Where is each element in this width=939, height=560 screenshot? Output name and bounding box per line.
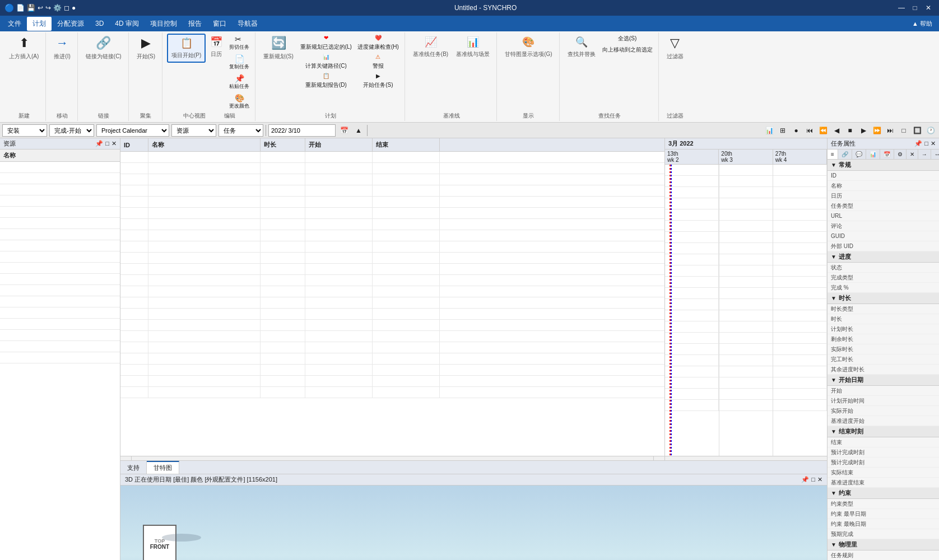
right-float-icon[interactable]: □ xyxy=(924,140,928,147)
task-row[interactable] xyxy=(120,320,664,331)
collapse-end-icon[interactable]: ▼ xyxy=(831,428,836,435)
calendar-picker-icon[interactable]: 📅 xyxy=(338,124,350,137)
box-icon[interactable]: □ xyxy=(898,124,910,137)
collapse-constraint-icon[interactable]: ▼ xyxy=(831,490,836,496)
task-row[interactable] xyxy=(120,353,664,365)
skip-end-icon[interactable]: ⏭ xyxy=(884,124,896,137)
title-bar-tool[interactable]: ↪ xyxy=(45,4,51,12)
resource-combo[interactable]: 资源任务类型 xyxy=(171,124,216,137)
scroll-right-btn[interactable] xyxy=(653,456,664,461)
right-tab-link[interactable]: 🔗 xyxy=(838,150,852,159)
right-pin-icon[interactable]: 📌 xyxy=(914,140,922,147)
start-button[interactable]: ▶ 开始(S) xyxy=(133,34,159,63)
insert-above-button[interactable]: ⬆ 上方插入(A) xyxy=(6,34,42,63)
title-bar-tool[interactable]: 💾 xyxy=(27,4,35,12)
menu-navigator[interactable]: 导航器 xyxy=(232,17,263,31)
health-check-button[interactable]: ❤️ 进度健康检查(H) xyxy=(355,34,401,52)
title-bar-tool[interactable]: 📄 xyxy=(16,4,25,12)
menu-file[interactable]: 文件 xyxy=(2,17,27,31)
table-view-icon[interactable]: 📊 xyxy=(763,124,775,137)
scroll-left-btn[interactable] xyxy=(120,456,132,461)
collapse-physical-icon[interactable]: ▼ xyxy=(831,542,836,548)
baseline-scene-button[interactable]: 📊 基准线与场景 xyxy=(453,34,493,60)
task-row[interactable] xyxy=(120,309,664,320)
right-tab-arrow-both[interactable]: ↔ xyxy=(931,150,939,159)
task-row[interactable] xyxy=(120,253,664,264)
menu-3d[interactable]: 3D xyxy=(90,17,109,30)
right-tab-calendar[interactable]: 📅 xyxy=(880,150,894,159)
reschedule-report-button[interactable]: 📋 重新规划报告(D) xyxy=(298,72,354,90)
task-row[interactable] xyxy=(120,342,664,353)
right-tab-close[interactable]: ✕ xyxy=(907,150,918,159)
pin-icon[interactable]: 📌 xyxy=(95,140,103,147)
right-close-icon[interactable]: ✕ xyxy=(931,140,936,147)
advance-button[interactable]: → 推进(I) xyxy=(50,34,73,63)
menu-4d-review[interactable]: 4D 审阅 xyxy=(109,17,145,31)
layout-icon[interactable]: 🔲 xyxy=(911,124,923,137)
collapse-general-icon[interactable]: ▼ xyxy=(831,162,836,168)
title-bar-tool[interactable]: ⚙️ xyxy=(53,4,62,12)
calc-critical-path-button[interactable]: 📊 计算关键路径(C) xyxy=(298,53,354,71)
date-input[interactable] xyxy=(268,124,336,137)
tab-support[interactable]: 支持 xyxy=(120,461,147,474)
skip-start-icon[interactable]: ⏮ xyxy=(803,124,816,137)
prev-icon[interactable]: ◀ xyxy=(830,124,843,137)
right-tab-chart[interactable]: 📊 xyxy=(866,150,880,159)
alert-button[interactable]: ⚠ 警报 xyxy=(355,53,401,71)
gantt-display-button[interactable]: 🎨 甘特图显示选项(G) xyxy=(501,34,555,60)
calendar-button[interactable]: 📅 日历 xyxy=(207,34,226,60)
select-all-button[interactable]: 全选(S) xyxy=(600,34,655,44)
task-row[interactable] xyxy=(120,376,664,387)
task-row[interactable] xyxy=(120,163,664,174)
clock-icon[interactable]: 🕐 xyxy=(924,124,937,137)
task-row[interactable] xyxy=(120,197,664,208)
title-bar-tool[interactable]: ↩ xyxy=(38,4,43,12)
menu-project-control[interactable]: 项目控制 xyxy=(145,17,183,31)
task-row[interactable] xyxy=(120,275,664,286)
grid-view-icon[interactable]: ⊞ xyxy=(777,124,789,137)
minimize-button[interactable]: — xyxy=(895,2,908,13)
task-row[interactable] xyxy=(120,264,664,275)
move-to-prev-button[interactable]: 向上移动到之前选定 xyxy=(600,45,655,55)
right-tab-settings[interactable]: ⚙ xyxy=(894,150,907,159)
maximize-button[interactable]: □ xyxy=(909,2,921,13)
task-row[interactable] xyxy=(120,387,664,398)
float-icon[interactable]: □ xyxy=(105,140,109,147)
collapse-start-icon[interactable]: ▼ xyxy=(831,377,836,383)
start-task-button[interactable]: ▶ 开始任务(S) xyxy=(355,72,401,90)
collapse-progress-icon[interactable]: ▼ xyxy=(831,254,836,260)
task-type-combo[interactable]: 安装结构机电 xyxy=(2,124,47,137)
3d-close-icon[interactable]: ✕ xyxy=(817,476,822,483)
project-start-button[interactable]: 📋 项目开始(P) xyxy=(167,34,206,63)
prev-prev-icon[interactable]: ⏪ xyxy=(817,124,829,137)
circle-icon[interactable]: ● xyxy=(790,124,802,137)
task-row[interactable] xyxy=(120,208,664,219)
reschedule-button[interactable]: 🔄 重新规划(S) xyxy=(260,34,296,63)
right-tab-comment[interactable]: 💬 xyxy=(852,150,866,159)
calendar-combo[interactable]: Project CalendarDefault xyxy=(96,124,169,137)
task-row[interactable] xyxy=(120,331,664,342)
task-row[interactable] xyxy=(120,152,664,163)
title-bar-tool[interactable]: ◻ xyxy=(64,4,69,12)
filter-button[interactable]: ▽ 过滤器 xyxy=(663,34,687,63)
help-link[interactable]: ▲ 帮助 xyxy=(912,20,937,28)
copy-task-button[interactable]: 📄复制任务 xyxy=(227,53,252,72)
gantt-h-scroll[interactable] xyxy=(665,456,827,460)
play-icon[interactable]: ▶ xyxy=(857,124,870,137)
find-replace-button[interactable]: 🔍 查找并替换 xyxy=(564,34,599,60)
menu-assign-resources[interactable]: 分配资源 xyxy=(52,17,90,31)
close-resource-icon[interactable]: ✕ xyxy=(111,140,117,147)
menu-report[interactable]: 报告 xyxy=(183,17,207,31)
task-h-scroll[interactable] xyxy=(120,456,664,460)
task-row[interactable] xyxy=(120,230,664,241)
cut-task-button[interactable]: ✂剪切任务 xyxy=(227,34,252,52)
right-tab-arrow-right[interactable]: → xyxy=(918,150,931,159)
close-button[interactable]: ✕ xyxy=(922,2,935,13)
task-combo[interactable]: 任务里程碑 xyxy=(219,124,263,137)
3d-pin-icon[interactable]: 📌 xyxy=(801,476,809,483)
menu-window[interactable]: 窗口 xyxy=(207,17,232,31)
change-color-button[interactable]: 🎨更改颜色 xyxy=(227,92,252,111)
task-row[interactable] xyxy=(120,174,664,185)
link-button[interactable]: 🔗 链接为链接(C) xyxy=(82,34,125,63)
next-icon[interactable]: ⏩ xyxy=(871,124,883,137)
